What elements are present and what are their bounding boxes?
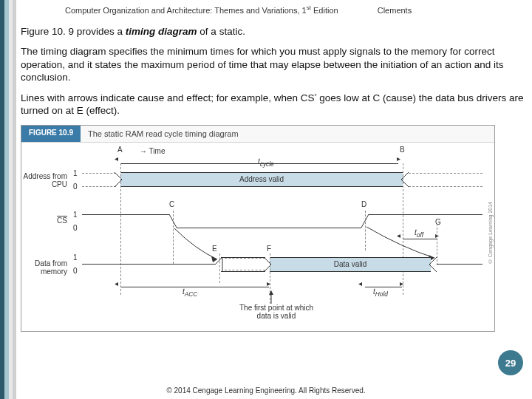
first-point-label: The first point at which data is valid [236, 304, 317, 320]
running-header: Computer Organization and Architecture: … [21, 4, 525, 15]
copyright-footer: © 2014 Cengage Learning Engineering. All… [0, 386, 532, 395]
paragraph-3: Lines with arrows indicate cause and eff… [21, 92, 525, 117]
svg-marker-5 [269, 290, 273, 295]
paragraph-2: The timing diagram specifies the minimum… [21, 45, 525, 84]
addr-level-1: 1 [73, 169, 78, 177]
slide-content: Computer Organization and Architecture: … [21, 4, 525, 332]
tcycle-left-arrow: ◂ [115, 154, 118, 163]
para1-rest: of a static. [197, 26, 245, 37]
figure-header: FIGURE 10.9 The static RAM read cycle ti… [21, 126, 494, 143]
addr-level-0: 0 [73, 183, 78, 191]
figure-copyright-vertical: © Cengage Learning 2014 [488, 202, 493, 264]
paragraph-1: Figure 10. 9 provides a timing diagram o… [21, 25, 525, 38]
t-hold-label: tHold [373, 287, 388, 298]
page-number-badge: 29 [498, 350, 523, 375]
address-signal-label: Address from CPU [21, 172, 67, 188]
data-signal-label: Data from memory [21, 259, 67, 276]
vdash-A [120, 163, 121, 295]
book-title-post: Edition [311, 6, 338, 15]
t-acc-label: tACC [183, 287, 197, 298]
time-arrow-label: → Time [140, 147, 165, 155]
tcycle-span [121, 163, 398, 164]
figure-caption: The static RAM read cycle timing diagram [88, 129, 239, 138]
t-cycle-label: tcycle [258, 157, 274, 168]
tcycle-right-arrow: ▸ [397, 154, 400, 163]
marker-B: B [400, 146, 405, 154]
cs-signal-label: CS [57, 216, 67, 225]
marker-C: C [169, 200, 174, 208]
data-valid-region: Data valid [270, 257, 431, 272]
first-point-arrow [268, 290, 274, 304]
para1-em: timing diagram [126, 26, 197, 37]
marker-D: D [361, 200, 366, 208]
marker-F: F [267, 245, 271, 253]
figure-10-9: FIGURE 10.9 The static RAM read cycle ti… [21, 125, 495, 332]
figure-badge: FIGURE 10.9 [21, 126, 81, 142]
author: Clements [378, 6, 412, 15]
marker-A: A [117, 146, 123, 154]
para1-lead: Figure 10. 9 provides a [21, 26, 126, 37]
para3-pre: Lines with arrows indicate cause and eff… [21, 92, 314, 103]
left-accent-stripe [0, 0, 16, 399]
cs-level-1: 1 [73, 211, 78, 219]
book-title-pre: Computer Organization and Architecture: … [65, 6, 307, 15]
marker-E: E [212, 245, 217, 253]
cs-level-0: 0 [73, 224, 78, 232]
address-valid-region: Address valid [120, 172, 403, 187]
timing-diagram: → Time tcycle ◂ ▸ A B Address from CPU 1… [21, 143, 494, 330]
data-level-1: 1 [73, 253, 78, 262]
data-level-0: 0 [73, 267, 78, 275]
